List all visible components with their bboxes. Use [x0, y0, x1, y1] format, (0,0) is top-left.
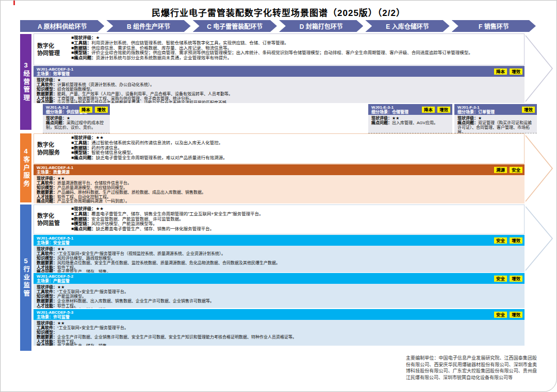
section-arrow-outline	[525, 204, 555, 272]
line-label: 痛点问题：	[46, 121, 67, 125]
intro-title-line: 数字化	[37, 141, 71, 148]
intro-bullet: ■痛点问题：缺乏电子雷管全生命周期管理系统，难以对产品质量进行有效溯源。	[71, 156, 521, 161]
card-line: 痛点问题：电子雷管生产、储存、销售。	[37, 270, 521, 272]
process-step: A 原材料供给环节	[20, 20, 104, 32]
card-scene: 主场景：效率管理	[37, 72, 521, 76]
intro-title: 数字化协同服务	[37, 135, 71, 162]
tag-badge: 安全	[494, 276, 507, 282]
intro-title: 数字化协同管理	[37, 36, 71, 63]
card-line: 痛点问题：企业资源计划系统与部分业务系统数据未贯通，功能与实际业务系统全流程开展…	[37, 101, 521, 103]
process-step: B 组件生产环节	[106, 20, 190, 32]
scene-card-quality-trace: WJ01-ABCDEF-4-1主场景：质量溯源溯源安全现状评级：★★工具软件：质…	[34, 164, 525, 203]
tag-badge: 降本	[79, 107, 92, 113]
scene-card-efficiency-management: WJ01-ABCDEF-3-1主场景：效率管理降本增效现状评级：★工具软件：计算…	[34, 66, 525, 103]
line-label: 数据要素：	[37, 299, 57, 303]
card-code: WJ01-ABCDEF-5-2	[37, 274, 521, 279]
bullet-label: ■工具链：	[71, 40, 91, 45]
card-code: WJ01-ABCDEF-5-1	[37, 236, 521, 241]
card-header: WJ01-ABCDEF-5-1主场景：安全监管安全增效	[34, 235, 525, 246]
intro-bullets: ■现状评级：★■工具链：利用资源计划系统、供应链管理系统、智能仓储系统等数字化工…	[71, 36, 521, 63]
bullet-label: ■模型链：	[71, 50, 91, 55]
section-arrow-outline	[525, 133, 555, 203]
card-code: WJ01-ABCDEF-5-3	[37, 310, 521, 315]
line-label: 工具软件：	[37, 251, 57, 256]
scene-card-warehouse: WJ01-E-3-1细分场景：仓储管理降本增效现状评级：★★痛点问题：出入库管理…	[368, 104, 452, 133]
process-step: C 电子雷管装配环节	[193, 20, 277, 32]
intro-title: 数字化协同监管	[37, 207, 71, 232]
intro-bullets: ■现状评级：★★■工具链：覆盖电子雷管生产、储存、销售全生命周期管理的“工业互联…	[71, 207, 521, 232]
section-number: 4	[24, 148, 27, 155]
card-line: 工具软件：“工业互联网+安全生产”服务管理平台。	[37, 290, 521, 295]
card-header: WJ01-ABCDEF-5-2主场景：产能监管安全增效	[34, 273, 525, 284]
bullet-label: ■工具链：	[71, 211, 91, 216]
line-label: 痛点问题：	[37, 308, 57, 308]
line-label: 痛点问题：	[457, 121, 478, 125]
card-badges: 安全增效	[494, 312, 522, 318]
bullet-label: ■现状评级：	[71, 135, 96, 140]
section-number: 3	[24, 62, 27, 69]
intro-title-line: 协同服务	[37, 149, 71, 156]
line-label: 知识模型：	[37, 87, 57, 92]
section-bar-industry-regulation: 5 行业监管	[20, 204, 31, 351]
card-line: 痛点问题：产品全生命周期编码溯源（一码到底）。	[37, 199, 521, 203]
section-arrow-outline	[525, 33, 555, 104]
intro-block-collab-regulation: 数字化协同监管 ■现状评级：★★■工具链：覆盖电子雷管生产、储存、销售全生命周期…	[34, 204, 525, 234]
poster-page: 民爆行业电子雷管装配数字化转型场景图谱（2025版）（2/2） A 原材料供给环…	[0, 0, 557, 392]
card-line: 工具软件：计算机管理系统（资源计划系统、办公自动化系统）。	[37, 83, 521, 88]
card-scene: 主场景：安全监管	[37, 241, 521, 245]
section-label: 行业监管	[23, 266, 29, 298]
card-line: 痛点问题：电子雷管生产、储存、销售。	[37, 344, 521, 346]
card-badges: 降本增效	[79, 107, 108, 113]
tag-badge: 增效	[522, 107, 535, 113]
intro-bullet: ■数据链：药剂传递信息。	[71, 146, 521, 151]
page-corner-mark	[13, 1, 15, 5]
line-label: 工具软件：	[37, 181, 57, 185]
page-title: 民爆行业电子雷管装配数字化转型场景图谱（2025版）（2/2）	[1, 6, 556, 19]
process-step: F 销售环节	[452, 20, 536, 32]
card-line: 痛点问题：双证管理（购买许可证和运输许可证）、合同管理、客户管理、市场拓展。	[457, 121, 534, 133]
tag-badge: 增效	[437, 107, 450, 113]
card-body: 现状评级：★★工具软件：质量溯源数据平台、仓储软件信息平台。知识模型：产品质量溯…	[34, 175, 525, 203]
tag-badge: 增效	[510, 237, 522, 244]
line-label: 知识模型：	[37, 256, 57, 261]
line-label: 痛点问题：	[37, 199, 57, 203]
card-line: 数据要素：风险隐患点位数据、安全生产责任数据、监控系统数据、质量溯源数据、危化品…	[37, 261, 521, 266]
line-label: 工具软件：	[37, 82, 57, 87]
card-body: 现状评级：★★痛点问题：出入库管理、AGV应用。	[368, 115, 452, 133]
intro-title-line: 数字化	[37, 212, 71, 219]
card-body: 现状评级：★★工具软件：“工业互联网+安全生产”服务管理平台（视频监控系统、质量…	[34, 246, 525, 272]
intro-bullet: ■工具链：通过智能仓储系统实现药剂传递信息流转，以及出入库无人化管控。	[71, 141, 521, 146]
section-number: 5	[24, 258, 27, 264]
section-label: 客户服务	[23, 156, 29, 188]
intro-title-line: 协同管理	[37, 49, 71, 57]
card-line: 痛点问题：出入库管理、AGV应用。	[371, 121, 449, 126]
tag-badge: 溯源	[494, 167, 507, 173]
tag-badge: 增效	[510, 276, 522, 282]
card-header: WJ01-E-3-1细分场景：仓储管理降本增效	[368, 104, 452, 115]
process-bar: A 原材料供给环节B 组件生产环节C 电子雷管装配环节D 封箱打包环节E 入库仓…	[20, 20, 538, 32]
bullet-label: ■数据链：	[71, 145, 91, 150]
intro-title-line: 协同监管	[37, 219, 71, 227]
card-body: 现状评级：★工具软件：计算机管理系统（资源计划系统、办公自动化系统）。知识模型：…	[34, 77, 525, 103]
line-label: 工具软件：	[37, 326, 57, 330]
card-body: 现状评级：★痛点问题：双证管理（购买许可证和运输许可证）、合同管理、客户管理、市…	[454, 115, 537, 133]
scene-card-orders: WJ01-F-3-1细分场景：订单管理增效现状评级：★痛点问题：双证管理（购买许…	[454, 104, 537, 133]
intro-bullet: ■痛点问题：缺乏覆盖电子雷管生产、储存、销售的一体化服务管理平台。	[71, 227, 521, 232]
intro-block-collab-service: 数字化协同服务 ■现状评级：★★■工具链：通过智能仓储系统实现药剂传递信息流转，…	[34, 133, 525, 164]
card-header: WJ01-F-3-1细分场景：订单管理增效	[454, 104, 537, 115]
card-code: WJ01-ABCDEF-3-1	[37, 67, 521, 72]
process-step: D 封箱打包环节	[279, 20, 363, 32]
card-line: 数据要素：企业生产许可数据、企业销售许可数据、安全生产许可数据、安全生产知识和管…	[37, 335, 521, 340]
section-bar-operations: 3 经营管理	[20, 34, 31, 130]
tag-badge: 降本	[494, 69, 507, 75]
bullet-label: ■痛点问题：	[71, 155, 96, 160]
line-label: 数据要素：	[37, 261, 57, 265]
intro-block-collab-management: 数字化协同管理 ■现状评级：★■工具链：利用资源计划系统、供应链管理系统、智能仓…	[34, 33, 525, 65]
bullet-label: ■痛点问题：	[71, 226, 96, 231]
card-badges: 安全增效	[494, 237, 522, 244]
line-label: 知识模型：	[37, 294, 57, 299]
bullet-label: ■工具链：	[71, 140, 91, 145]
line-label: 痛点问题：	[37, 344, 57, 346]
card-line: 痛点问题：采购过程中的成本控制，如比价、议价、竞价。	[46, 121, 107, 130]
bullet-label: ■现状评级：	[71, 206, 96, 211]
